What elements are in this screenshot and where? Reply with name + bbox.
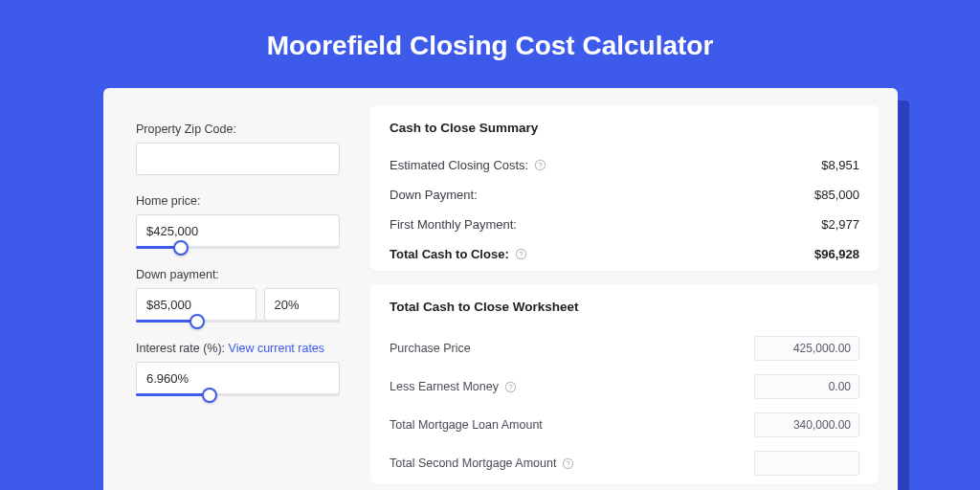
- worksheet-row-input[interactable]: [754, 451, 859, 476]
- worksheet-row: Less Earnest Money: [390, 368, 859, 406]
- svg-point-2: [516, 249, 525, 258]
- page-title: Moorefield Closing Cost Calculator: [0, 0, 980, 61]
- svg-point-5: [510, 389, 511, 390]
- worksheet-row: Purchase Price: [390, 329, 859, 368]
- summary-total-row: Total Cash to Close: $96,928: [390, 239, 859, 269]
- zip-field: Property Zip Code:: [136, 122, 340, 175]
- summary-row: Down Payment: $85,000: [390, 180, 859, 210]
- summary-row-label: Down Payment:: [390, 188, 478, 202]
- worksheet-row-label: Total Second Mortgage Amount: [390, 457, 556, 470]
- view-rates-link[interactable]: View current rates: [229, 342, 325, 355]
- slider-thumb[interactable]: [173, 240, 189, 256]
- svg-point-6: [564, 458, 573, 468]
- svg-point-3: [521, 256, 522, 257]
- svg-point-1: [540, 167, 541, 168]
- help-icon[interactable]: [504, 381, 517, 393]
- summary-row-label: First Monthly Payment:: [390, 217, 517, 232]
- interest-rate-slider[interactable]: [136, 393, 340, 396]
- down-payment-label: Down payment:: [136, 268, 340, 281]
- home-price-field: Home price:: [136, 194, 340, 249]
- svg-point-7: [568, 465, 568, 466]
- slider-thumb[interactable]: [189, 314, 205, 329]
- worksheet-panel: Total Cash to Close Worksheet Purchase P…: [370, 284, 879, 484]
- interest-rate-field: Interest rate (%): View current rates: [136, 342, 340, 396]
- worksheet-row-input[interactable]: [754, 336, 859, 361]
- home-price-slider[interactable]: [136, 246, 340, 249]
- svg-point-4: [505, 382, 515, 391]
- worksheet-row-input[interactable]: [754, 412, 859, 437]
- summary-panel: Cash to Close Summary Estimated Closing …: [370, 105, 879, 271]
- home-price-label: Home price:: [136, 194, 340, 208]
- help-icon[interactable]: [534, 159, 546, 171]
- interest-rate-label: Interest rate (%):: [136, 342, 229, 355]
- summary-row-value: $85,000: [814, 188, 859, 202]
- worksheet-row-label: Purchase Price: [390, 342, 471, 355]
- calculator-card: Property Zip Code: Home price: Down paym…: [103, 88, 898, 490]
- zip-input[interactable]: [136, 143, 340, 175]
- worksheet-row-input[interactable]: [754, 374, 859, 399]
- down-payment-pct-input[interactable]: [264, 288, 341, 321]
- summary-total-label: Total Cash to Close:: [390, 247, 509, 261]
- svg-point-0: [536, 160, 546, 169]
- summary-row-label: Estimated Closing Costs:: [390, 158, 528, 172]
- worksheet-row-label: Total Mortgage Loan Amount: [390, 418, 543, 432]
- interest-rate-input[interactable]: [136, 362, 340, 394]
- home-price-input[interactable]: [136, 214, 340, 247]
- help-icon[interactable]: [515, 248, 527, 260]
- worksheet-row: Total Second Mortgage Amount: [390, 444, 859, 482]
- summary-heading: Cash to Close Summary: [390, 121, 859, 135]
- down-payment-slider[interactable]: [136, 320, 340, 323]
- zip-label: Property Zip Code:: [136, 122, 340, 136]
- inputs-panel: Property Zip Code: Home price: Down paym…: [103, 88, 357, 490]
- results-panel: Cash to Close Summary Estimated Closing …: [357, 88, 898, 490]
- summary-row: First Monthly Payment: $2,977: [390, 210, 859, 239]
- down-payment-field: Down payment:: [136, 268, 340, 323]
- summary-row-value: $8,951: [821, 158, 859, 172]
- summary-row-value: $2,977: [821, 217, 859, 232]
- worksheet-row-label: Less Earnest Money: [390, 380, 499, 393]
- worksheet-heading: Total Cash to Close Worksheet: [390, 300, 859, 314]
- summary-row: Estimated Closing Costs: $8,951: [390, 150, 859, 180]
- summary-total-value: $96,928: [814, 247, 859, 261]
- slider-thumb[interactable]: [202, 388, 217, 403]
- worksheet-row: Total Mortgage Loan Amount: [390, 406, 859, 444]
- help-icon[interactable]: [562, 457, 574, 470]
